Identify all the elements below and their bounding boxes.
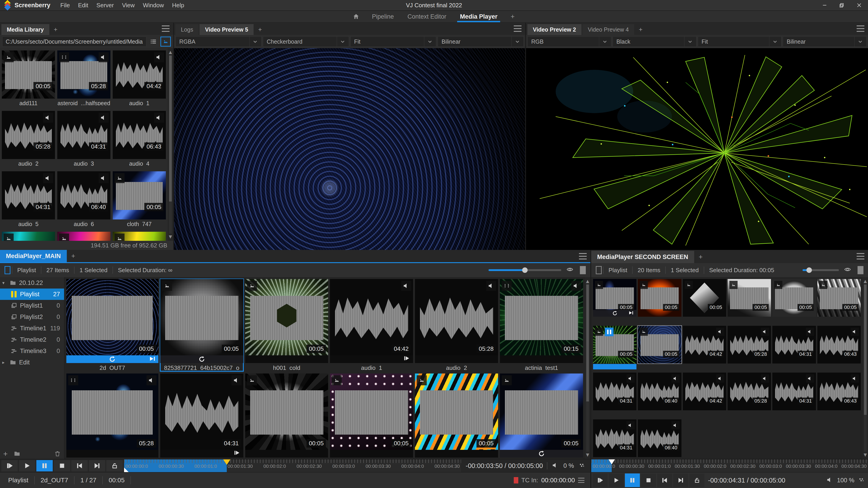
playlist-item[interactable]: 00:05: [593, 326, 637, 370]
playlist-item[interactable]: 00:05 2d_OUT7: [66, 279, 158, 371]
sidebar-toggle-icon[interactable]: [4, 266, 10, 274]
playlist-item[interactable]: 04:42 audio_1: [330, 279, 413, 371]
preview-tab[interactable]: Video Preview 2: [527, 24, 582, 35]
media-library-item[interactable]: 04:31 audio_5: [2, 171, 55, 229]
media-settings-icon[interactable]: [578, 462, 586, 469]
scroll-down-icon[interactable]: ▼: [863, 452, 868, 458]
preview-dropdown[interactable]: Checkerboard: [263, 36, 349, 47]
play-button[interactable]: [609, 474, 624, 487]
playlist-item[interactable]: 05:28 audio_2: [415, 279, 498, 371]
menu-item[interactable]: View: [119, 1, 138, 10]
tree-item[interactable]: Timeline2 0: [0, 334, 64, 345]
scroll-down-icon[interactable]: ▼: [168, 234, 173, 240]
playlist-item[interactable]: 00:05 8253877721_64b15002c7_o: [160, 279, 243, 371]
pause-button[interactable]: [36, 460, 53, 471]
playlist-item[interactable]: 00:05 cloth_747: [500, 373, 583, 459]
preview-dropdown[interactable]: Black: [613, 36, 696, 47]
playlist-item[interactable]: 05:28 asteroid_game_concept_halfspeed: [66, 373, 158, 459]
add-player-tab-button[interactable]: +: [694, 251, 707, 263]
menu-item[interactable]: Window: [140, 1, 167, 10]
chevron-collapsed-icon[interactable]: ▸: [2, 360, 7, 365]
eye-icon[interactable]: [566, 266, 574, 274]
player-menu-icon[interactable]: [857, 253, 864, 260]
playlist-item[interactable]: 06:40: [638, 419, 681, 459]
add-library-tab-button[interactable]: +: [50, 24, 61, 35]
player-second-tab[interactable]: MediaPlayer SECOND SCREEN: [591, 251, 694, 263]
scroll-down-icon[interactable]: ▼: [585, 452, 590, 458]
playlist-item[interactable]: 04:31 audio_3: [160, 373, 243, 459]
pause-button[interactable]: [625, 474, 640, 487]
media-library-item[interactable]: 04:31 audio_3: [57, 111, 111, 169]
panel-layout-icon[interactable]: [858, 266, 864, 274]
lock-icon[interactable]: [106, 460, 123, 471]
stop-button[interactable]: [54, 460, 70, 471]
tc-in-value[interactable]: 00:00:00:00: [541, 477, 575, 484]
media-library-item[interactable]: 00:05 add111: [2, 51, 55, 108]
scroll-up-icon[interactable]: ▲: [168, 49, 173, 55]
media-library-item[interactable]: [2, 232, 55, 241]
tree-folder-root[interactable]: ▾ 20.10.22: [0, 277, 64, 288]
video-preview-5-viewport[interactable]: [174, 48, 525, 250]
pause-overlay-icon[interactable]: [605, 328, 614, 336]
play-from-start-button[interactable]: [1, 460, 18, 471]
tree-item[interactable]: Timeline3 0: [0, 345, 64, 357]
preview-dropdown[interactable]: RGB: [527, 36, 611, 47]
media-library-item[interactable]: 00:05 cloth_747: [113, 171, 166, 229]
playlist-item[interactable]: 00:05 0-delta-0: [415, 373, 498, 459]
player-second-scrollbar[interactable]: ▲ ▼: [863, 277, 868, 459]
playlist-item[interactable]: 04:31: [772, 326, 816, 370]
thumbnail-size-slider[interactable]: [489, 269, 561, 271]
video-preview-2-viewport[interactable]: [526, 48, 868, 250]
previous-clip-button[interactable]: [71, 460, 88, 471]
stop-button[interactable]: [641, 474, 656, 487]
media-library-item[interactable]: 04:42 audio_1: [113, 51, 166, 108]
preview-dropdown[interactable]: Bilinear: [783, 36, 867, 47]
home-icon[interactable]: [349, 13, 363, 20]
library-path-input[interactable]: C:/Users/secto/Documents/Screenberry/unt…: [2, 37, 146, 47]
thumbnail-size-slider[interactable]: [803, 269, 839, 271]
add-preview-tab-button[interactable]: +: [635, 24, 646, 35]
media-library-item[interactable]: [113, 232, 166, 241]
playlist-item[interactable]: 05:28: [727, 373, 771, 417]
player-main-scrollbar[interactable]: ▲ ▼: [585, 277, 590, 459]
tree-item[interactable]: Playlist2 0: [0, 311, 64, 323]
playlist-item[interactable]: 00:05: [638, 326, 681, 370]
playlist-item[interactable]: 00:05: [683, 279, 726, 324]
play-button[interactable]: [19, 460, 35, 471]
eye-icon[interactable]: [843, 266, 851, 274]
playlist-item[interactable]: 06:40: [638, 373, 681, 417]
playlist-item[interactable]: 04:31: [772, 373, 816, 417]
timeline-ruler-main[interactable]: 00:00:00:000:00:00:3000:00:01:000:00:01:…: [124, 459, 461, 472]
preview-tab[interactable]: Video Preview 5: [199, 24, 254, 35]
add-workspace-tab-button[interactable]: +: [506, 13, 519, 21]
preview-dropdown[interactable]: RGBA: [176, 36, 261, 47]
playlist-item[interactable]: 00:05: [593, 279, 637, 324]
chevron-expanded-icon[interactable]: ▾: [2, 280, 7, 285]
tc-menu-icon[interactable]: [578, 478, 584, 483]
workspace-tab[interactable]: Media Player: [453, 11, 504, 22]
next-clip-button[interactable]: [673, 474, 688, 487]
menu-item[interactable]: File: [57, 1, 73, 10]
menu-item[interactable]: Help: [169, 1, 187, 10]
restore-button[interactable]: [837, 1, 847, 9]
volume-icon[interactable]: [552, 462, 559, 469]
media-library-item[interactable]: 05:28 audio_2: [2, 111, 55, 169]
preview-dropdown[interactable]: Fit: [698, 36, 782, 47]
workspace-tab[interactable]: Pipeline: [365, 11, 401, 22]
volume-percent[interactable]: 100 %: [837, 477, 855, 484]
close-button[interactable]: [854, 1, 864, 9]
trash-icon[interactable]: [54, 450, 61, 457]
tree-item[interactable]: Playlist 27: [0, 288, 64, 300]
library-scrollbar[interactable]: ▲ ▼: [168, 48, 173, 241]
preview-menu-icon[interactable]: [857, 26, 864, 32]
minimize-button[interactable]: [819, 1, 830, 9]
menu-item[interactable]: Edit: [75, 1, 92, 10]
playlist-item[interactable]: 00:05 IMG_2310: [330, 373, 413, 459]
playlist-item[interactable]: 06:43: [817, 326, 861, 370]
preview-tab[interactable]: Video Preview 4: [582, 24, 634, 35]
timeline-ruler-second[interactable]: 00:00:00:000:00:00:3000:00:01:000:00:01:…: [591, 459, 868, 472]
tree-item[interactable]: Timeline1 119: [0, 323, 64, 334]
media-library-item[interactable]: [57, 232, 111, 241]
player-menu-icon[interactable]: [579, 253, 587, 260]
preview-menu-icon[interactable]: [514, 26, 522, 32]
